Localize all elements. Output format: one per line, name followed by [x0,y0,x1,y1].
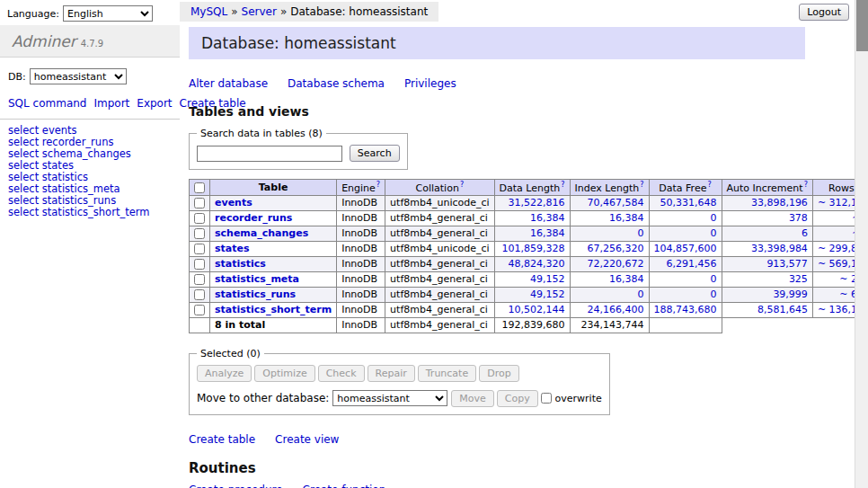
vertical-scrollbar[interactable] [855,0,868,488]
create-table-link-main[interactable]: Create table [189,433,255,446]
logout-button[interactable]: Logout [799,4,849,21]
check-button[interactable]: Check [318,365,365,382]
sidebar-content: DB:homeassistant SQL commandImportExport… [0,58,180,218]
rows-value[interactable]: ~ 244 [839,273,855,285]
drop-button[interactable]: Drop [479,365,518,382]
auto-increment-value[interactable]: 6 [802,227,808,239]
analyze-button[interactable]: Analyze [197,365,252,382]
copy-button[interactable]: Copy [497,390,538,407]
collation-cell: utf8mb4_general_ci [385,226,494,241]
rows-value[interactable]: ~ 299,833 [818,243,855,254]
row-checkbox[interactable] [194,274,205,285]
data-free-value[interactable]: 188,743,680 [654,304,717,315]
move-button[interactable]: Move [451,390,494,407]
data-free-value[interactable]: 6,291,456 [667,258,717,270]
table-link[interactable]: statistics [215,258,266,270]
row-checkbox[interactable] [194,305,205,315]
data-length-value[interactable]: 101,859,328 [502,243,565,254]
tables-table: Table Engine? Collation? Data Length? In… [189,179,855,333]
create-view-link[interactable]: Create view [275,433,339,446]
search-input[interactable] [197,146,342,162]
data-length-value[interactable]: 16,384 [530,212,565,224]
index-length-value[interactable]: 0 [638,227,644,239]
row-checkbox[interactable] [194,289,205,300]
repair-button[interactable]: Repair [368,365,415,382]
index-length-value[interactable]: 0 [638,288,644,300]
data-length-value[interactable]: 10,502,144 [509,304,565,315]
table-link[interactable]: statistics_runs [215,288,296,300]
optimize-button[interactable]: Optimize [254,365,314,382]
row-checkbox[interactable] [194,244,205,254]
total-label: 8 in total [210,317,337,333]
data-length-value[interactable]: 48,824,320 [509,258,565,270]
help-link[interactable]: ? [804,181,808,189]
index-length-value[interactable]: 72,220,672 [588,258,644,270]
truncate-button[interactable]: Truncate [418,365,476,382]
language-select[interactable]: English [63,5,153,22]
adminer-window: Language:English MySQL»Server»Database: … [0,0,868,488]
help-link[interactable]: ? [376,181,380,189]
index-length-value[interactable]: 24,166,400 [588,304,644,315]
help-link[interactable]: ? [460,181,464,189]
overwrite-checkbox[interactable] [541,393,552,404]
sidebar-item-select-statistics-short-term[interactable]: select statistics_short_term [8,207,180,218]
rows-value[interactable]: ~ 569,159 [818,258,855,270]
move-database-select[interactable]: homeassistant [332,390,447,406]
data-length-value[interactable]: 16,384 [530,227,565,239]
index-length-value[interactable]: 67,256,320 [588,243,644,254]
auto-increment-value[interactable]: 378 [789,212,808,224]
alter-database-link[interactable]: Alter database [189,77,268,90]
rows-value[interactable]: ~ 312,180 [818,197,855,209]
data-length-value[interactable]: 31,522,816 [509,197,565,209]
create-function-link[interactable]: Create function [303,484,386,488]
data-free-value[interactable]: 0 [711,212,717,224]
auto-increment-value[interactable]: 8,581,645 [757,304,808,315]
data-length-value[interactable]: 49,152 [530,288,565,300]
privileges-link[interactable]: Privileges [404,77,456,90]
import-link[interactable]: Import [93,97,129,110]
scrollbar-thumb[interactable] [856,0,868,51]
row-checkbox[interactable] [194,198,205,209]
select-all-checkbox[interactable] [194,182,205,193]
help-link[interactable]: ? [561,181,564,189]
row-checkbox[interactable] [194,213,205,224]
help-link[interactable]: ? [640,181,643,189]
table-link[interactable]: statistics_short_term [215,304,332,315]
table-link[interactable]: schema_changes [215,227,308,239]
data-free-value[interactable]: 0 [711,288,717,300]
table-link[interactable]: statistics_meta [215,273,299,285]
total-collation: utf8mb4_general_ci [385,317,494,333]
row-checkbox[interactable] [194,259,205,270]
auto-increment-value[interactable]: 39,999 [773,288,808,300]
export-link[interactable]: Export [137,97,172,110]
auto-increment-value[interactable]: 33,898,196 [751,197,808,209]
row-checkbox[interactable] [194,228,205,239]
auto-increment-value[interactable]: 33,398,984 [751,243,808,254]
rows-value[interactable]: ~ 136,108 [818,304,855,315]
data-length-value[interactable]: 49,152 [530,273,565,285]
search-button[interactable]: Search [350,145,400,162]
database-schema-link[interactable]: Database schema [288,77,385,90]
create-procedure-link[interactable]: Create procedure [189,484,283,488]
data-free-value[interactable]: 0 [711,227,717,239]
rows-value[interactable]: ~ 628 [839,288,855,300]
page-title: Database: homeassistant [189,27,805,59]
data-free-value[interactable]: 0 [711,273,717,285]
sql-command-link[interactable]: SQL command [8,97,86,110]
data-free-value[interactable]: 104,857,600 [654,243,717,254]
index-length-value[interactable]: 70,467,584 [588,197,644,209]
index-length-value[interactable]: 16,384 [609,212,644,224]
table-link[interactable]: states [215,243,250,254]
table-link[interactable]: recorder_runs [215,212,292,224]
search-fieldset: Search data in tables (8) Search [189,128,408,170]
auto-increment-value[interactable]: 325 [789,273,808,285]
table-link[interactable]: events [215,197,252,209]
breadcrumb-link-server[interactable]: Server [242,5,277,18]
collation-cell: utf8mb4_general_ci [385,302,494,317]
index-length-value[interactable]: 16,384 [609,273,644,285]
help-link[interactable]: ? [707,181,711,189]
data-free-value[interactable]: 50,331,648 [660,197,717,209]
auto-increment-value[interactable]: 913,577 [766,258,808,270]
breadcrumb-link-mysql[interactable]: MySQL [190,5,227,18]
db-select[interactable]: homeassistant [30,68,127,84]
